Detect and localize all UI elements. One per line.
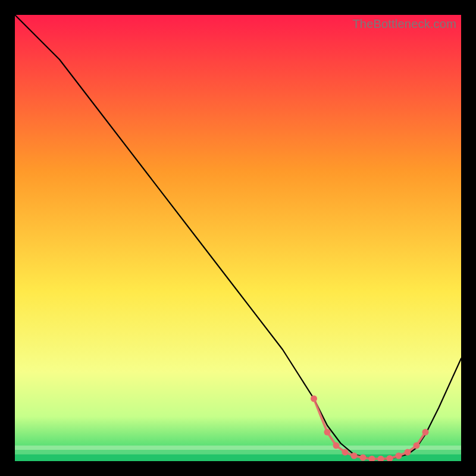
optimal-range-marker (422, 429, 429, 436)
svg-rect-0 (15, 15, 461, 461)
svg-rect-2 (15, 450, 461, 455)
optimal-range-marker (333, 442, 340, 449)
optimal-range-marker (311, 396, 317, 402)
optimal-range-marker (360, 455, 367, 461)
optimal-range-marker (396, 453, 402, 459)
optimal-range-marker (342, 449, 349, 456)
optimal-range-marker (324, 429, 331, 436)
optimal-range-marker (405, 449, 411, 456)
svg-rect-1 (15, 446, 461, 450)
optimal-range-marker (351, 453, 358, 459)
optimal-range-marker (414, 442, 420, 449)
bottleneck-chart (15, 15, 461, 461)
watermark-text: TheBottleneck.com (352, 17, 456, 31)
chart-frame: TheBottleneck.com (15, 15, 461, 461)
